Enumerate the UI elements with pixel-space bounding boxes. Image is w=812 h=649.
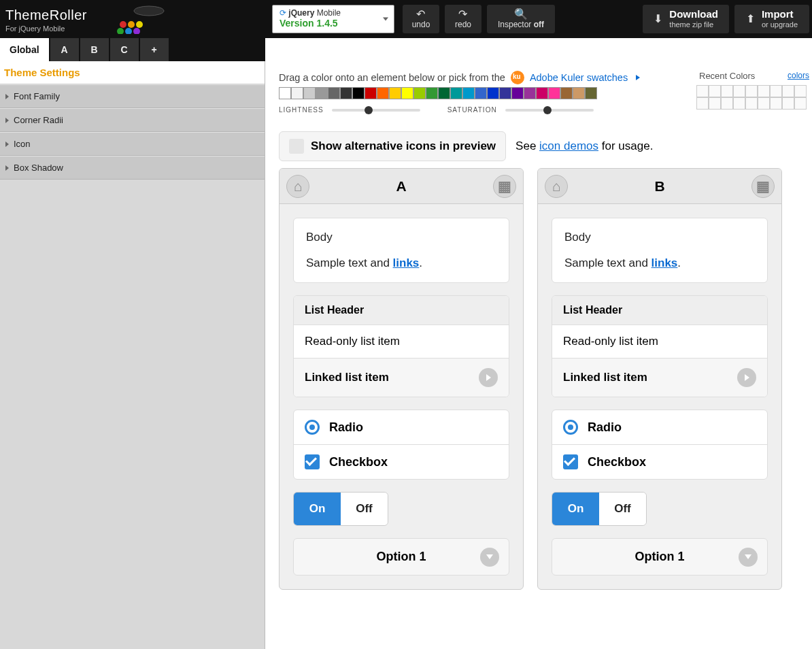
list-link-item[interactable]: Linked list item <box>294 359 509 397</box>
recent-color-slot[interactable] <box>770 97 782 110</box>
tab-global[interactable]: Global <box>0 38 49 61</box>
download-button[interactable]: ⬇ Downloadtheme zip file <box>643 5 729 33</box>
recent-color-slot[interactable] <box>758 85 770 97</box>
sample-link[interactable]: links <box>652 256 678 269</box>
recent-color-slot[interactable] <box>770 85 782 97</box>
color-swatch[interactable] <box>340 87 352 99</box>
color-swatch[interactable] <box>560 87 573 99</box>
color-swatch[interactable] <box>548 87 560 99</box>
dropdown-arrow-icon <box>383 18 388 21</box>
recent-color-slot[interactable] <box>696 97 709 110</box>
flip-toggle[interactable]: OnOff <box>293 492 388 526</box>
tab-a[interactable]: A <box>50 38 79 61</box>
sidebar: Theme Settings Font FamilyCorner RadiiIc… <box>0 61 265 649</box>
color-swatch[interactable] <box>303 87 316 99</box>
recent-color-slot[interactable] <box>721 97 733 110</box>
color-swatch[interactable] <box>438 87 450 99</box>
tab-c[interactable]: C <box>110 38 139 61</box>
recent-color-slot[interactable] <box>733 97 745 110</box>
color-swatch[interactable] <box>511 87 524 99</box>
recent-color-slot[interactable] <box>709 85 721 97</box>
recent-colors-link[interactable]: colors <box>788 71 809 81</box>
chevron-down-icon <box>739 548 758 567</box>
grid-icon[interactable]: ▦ <box>751 175 775 198</box>
color-swatch[interactable] <box>389 87 401 99</box>
sidebar-item[interactable]: Icon <box>0 132 265 156</box>
home-icon[interactable]: ⌂ <box>545 175 568 198</box>
preview-swatch-b: ⌂B▦BodySample text and links.List Header… <box>537 168 782 590</box>
color-swatch[interactable] <box>328 87 340 99</box>
form-group: RadioCheckbox <box>552 410 768 480</box>
color-swatch[interactable] <box>573 87 585 99</box>
tab-+[interactable]: + <box>140 38 169 61</box>
app-title: ThemeRoller <box>5 7 87 23</box>
recent-color-slot[interactable] <box>782 97 794 110</box>
select-menu[interactable]: Option 1 <box>293 538 509 576</box>
kuler-link[interactable]: Adobe Kuler swatches <box>530 72 628 83</box>
checkbox-row[interactable]: Checkbox <box>294 445 509 479</box>
color-swatch[interactable] <box>524 87 536 99</box>
sidebar-title: Theme Settings <box>0 61 265 84</box>
check-icon <box>305 454 320 469</box>
list-link-item[interactable]: Linked list item <box>552 359 767 397</box>
tab-b[interactable]: B <box>80 38 109 61</box>
color-swatch[interactable] <box>475 87 487 99</box>
select-menu[interactable]: Option 1 <box>552 538 768 576</box>
color-swatch[interactable] <box>536 87 548 99</box>
recent-color-slot[interactable] <box>745 97 758 110</box>
kuler-icon <box>511 71 524 84</box>
version-selector[interactable]: ⟳ jQuery Mobile Version 1.4.5 <box>272 5 394 33</box>
color-swatch[interactable] <box>291 87 303 99</box>
recent-color-slot[interactable] <box>758 97 770 110</box>
alt-icons-toggle[interactable]: Show alternative icons in preview <box>279 131 506 161</box>
svg-point-5 <box>125 28 132 34</box>
icon-demos-link[interactable]: icon demos <box>539 139 598 152</box>
recent-color-slot[interactable] <box>782 85 794 97</box>
color-swatch[interactable] <box>401 87 413 99</box>
color-swatch[interactable] <box>377 87 389 99</box>
color-swatch[interactable] <box>426 87 438 99</box>
sample-link[interactable]: links <box>393 256 420 269</box>
chevron-right-icon <box>479 368 498 387</box>
body-card: BodySample text and links. <box>552 218 768 283</box>
recent-color-slot[interactable] <box>709 97 721 110</box>
grid-icon[interactable]: ▦ <box>493 175 516 198</box>
recent-color-slot[interactable] <box>721 85 733 97</box>
radio-row[interactable]: Radio <box>552 410 767 445</box>
saturation-label: SATURATION <box>447 106 497 114</box>
svg-point-1 <box>120 21 126 28</box>
color-swatch[interactable] <box>413 87 426 99</box>
recent-color-slot[interactable] <box>696 85 709 97</box>
color-swatch[interactable] <box>487 87 499 99</box>
logo-icon <box>97 0 178 38</box>
recent-color-slot[interactable] <box>794 85 807 97</box>
redo-button[interactable]: ↷ redo <box>445 5 481 33</box>
color-swatch[interactable] <box>279 87 291 99</box>
color-swatch[interactable] <box>499 87 511 99</box>
color-swatch[interactable] <box>316 87 328 99</box>
radio-row[interactable]: Radio <box>294 410 509 445</box>
sidebar-item[interactable]: Font Family <box>0 84 265 108</box>
color-swatch[interactable] <box>585 87 597 99</box>
sidebar-item[interactable]: Corner Radii <box>0 108 265 132</box>
recent-color-slot[interactable] <box>733 85 745 97</box>
saturation-slider[interactable] <box>505 109 594 112</box>
import-button[interactable]: ⬆ Importor upgrade <box>734 5 809 33</box>
recent-color-slot[interactable] <box>745 85 758 97</box>
magnifier-icon: 🔍 <box>514 9 528 20</box>
home-icon[interactable]: ⌂ <box>286 175 309 198</box>
color-swatch[interactable] <box>352 87 365 99</box>
inspector-button[interactable]: 🔍 Inspector off <box>487 5 555 33</box>
color-swatch[interactable] <box>450 87 462 99</box>
undo-button[interactable]: ↶ undo <box>403 5 439 33</box>
flip-toggle[interactable]: OnOff <box>552 492 647 526</box>
recent-color-slot[interactable] <box>794 97 807 110</box>
sidebar-item[interactable]: Box Shadow <box>0 156 265 180</box>
checkbox-row[interactable]: Checkbox <box>552 445 767 479</box>
lightness-slider[interactable] <box>332 109 420 112</box>
radio-icon <box>563 420 578 435</box>
color-swatch[interactable] <box>365 87 377 99</box>
lightness-label: LIGHTNESS <box>279 106 324 114</box>
svg-point-4 <box>117 28 124 34</box>
color-swatch[interactable] <box>462 87 475 99</box>
